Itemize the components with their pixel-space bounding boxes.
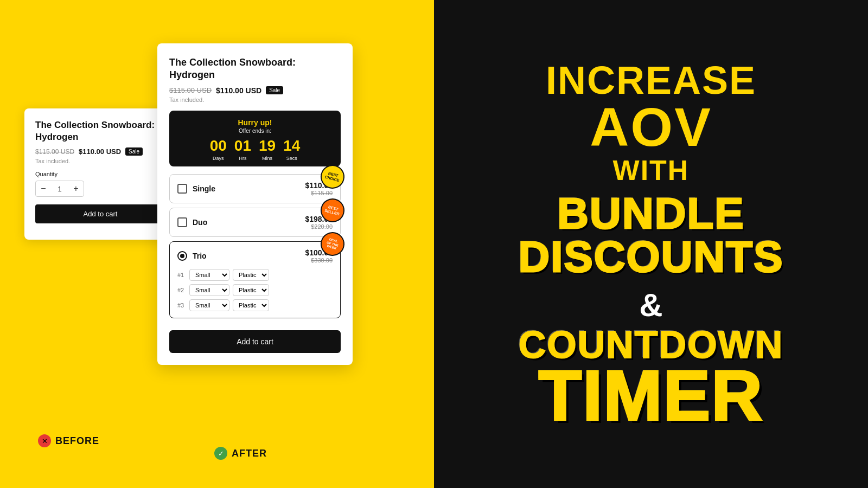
before-sale-badge: Sale [125,147,143,156]
before-tax-text: Tax included. [35,158,165,164]
bundle-single-old-price: $115.00 [305,190,333,196]
countdown-numbers: 00 Days 01 Hrs 19 Mins 14 Secs [175,138,335,161]
before-price-row: $115.00 USD $110.00 USD Sale [35,147,165,156]
days-value: 00 [210,138,227,153]
aov-text: AOV [590,100,712,154]
increase-text: INCREASE [546,61,756,100]
bundle-single-name: Single [193,184,215,193]
countdown-box: Hurry up! Offer ends in: 00 Days 01 Hrs … [169,111,341,166]
secs-label: Secs [286,156,297,161]
before-label-text: BEFORE [55,435,99,447]
after-product-title: The Collection Snowboard: Hydrogen [169,56,341,82]
bundle-option-single[interactable]: BESTCHOICE Single $110.00 $115.00 [169,174,341,203]
after-label-row: ✓ AFTER [214,447,267,460]
after-label-text: AFTER [232,448,267,459]
before-icon: ✕ [38,434,51,447]
variant-2-material-select[interactable]: Plastic Metal Wood [233,284,269,296]
hrs-value: 01 [234,138,251,153]
after-icon: ✓ [214,447,227,460]
bundle-trio-old-price: $330.00 [305,257,333,264]
countdown-days: 00 Days [210,138,227,161]
variant-1-size-select[interactable]: Small Medium Large [189,269,229,281]
variant-row-3: #3 Small Medium Large Plastic Metal Wood [177,299,333,311]
bundle-trio-name: Trio [193,252,207,260]
bundle-duo-old-price: $220.00 [305,223,333,230]
before-add-to-cart-button[interactable]: Add to cart [35,204,165,223]
after-price-row: $115.00 USD $110.00 USD Sale [169,86,341,95]
bundle-option-duo[interactable]: BESTSELLER Duo $198.00 $220.00 [169,208,341,237]
before-card: The Collection Snowboard: Hydrogen $115.… [24,108,176,240]
after-sale-price: $110.00 USD [216,86,261,95]
variant-3-num: #3 [177,302,186,309]
with-text: WITH [613,154,690,187]
variant-row-1: #1 Small Medium Large Plastic Metal Wood [177,269,333,281]
bundle-trio-radio[interactable] [177,251,187,261]
mins-value: 19 [259,138,276,153]
bundle-trio-top: Trio $100.00 $330.00 [177,248,333,264]
days-label: Days [213,156,224,161]
before-sale-price: $110.00 USD [79,147,121,156]
before-qty-control: − 1 + [35,181,84,197]
after-original-price: $115.00 USD [169,86,212,94]
variant-2-size-select[interactable]: Small Medium Large [189,284,229,296]
variant-2-num: #2 [177,287,186,293]
before-qty-decrement[interactable]: − [36,181,51,196]
before-qty-increment[interactable]: + [68,181,84,196]
timer-big-text: TIMER [539,364,763,427]
countdown-mins: 19 Mins [259,138,276,161]
bundle-duo-top: Duo $198.00 $220.00 [177,215,333,230]
bundle-single-checkbox[interactable] [177,184,187,194]
secs-value: 14 [283,138,300,153]
ampersand-text: & [639,286,662,324]
before-original-price: $115.00 USD [35,148,74,156]
before-product-title: The Collection Snowboard: Hydrogen [35,119,165,143]
hurry-text: Hurry up! [175,118,335,127]
variant-rows: #1 Small Medium Large Plastic Metal Wood… [177,269,333,311]
bundle-option-trio[interactable]: DEALOF THEWEEK Trio $100.00 $330.00 #1 S… [169,241,341,318]
after-add-to-cart-button[interactable]: Add to cart [169,330,341,353]
variant-3-size-select[interactable]: Small Medium Large [189,299,229,311]
before-qty-label: Quantity [35,171,165,177]
offer-text: Offer ends in: [175,128,335,134]
discounts-big-text: DISCOUNTS [518,235,783,279]
countdown-secs: 14 Secs [283,138,300,161]
bundle-duo-name: Duo [193,218,207,227]
bundle-single-top: Single $110.00 $115.00 [177,181,333,196]
left-panel: The Collection Snowboard: Hydrogen $115.… [0,0,434,488]
before-qty-value: 1 [51,185,68,193]
hrs-label: Hrs [239,156,246,161]
variant-1-material-select[interactable]: Plastic Metal Wood [233,269,269,281]
mins-label: Mins [262,156,272,161]
bundle-big-text: BUNDLE [557,192,744,235]
variant-1-num: #1 [177,272,186,278]
countdown-hrs: 01 Hrs [234,138,251,161]
right-panel: INCREASE AOV WITH BUNDLE DISCOUNTS & COU… [434,0,868,488]
before-label-row: ✕ BEFORE [38,434,99,447]
variant-3-material-select[interactable]: Plastic Metal Wood [233,299,269,311]
after-card: The Collection Snowboard: Hydrogen $115.… [157,43,353,365]
after-tax-text: Tax included. [169,97,341,103]
variant-row-2: #2 Small Medium Large Plastic Metal Wood [177,284,333,296]
after-sale-badge: Sale [266,86,283,94]
bundle-duo-checkbox[interactable] [177,217,187,227]
